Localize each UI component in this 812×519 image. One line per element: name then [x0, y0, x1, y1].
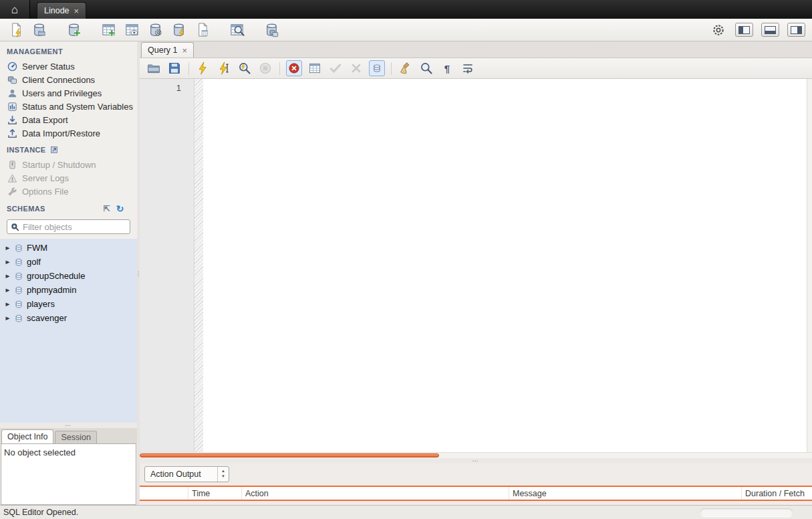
schema-filter-input[interactable]	[23, 222, 126, 232]
wrench-icon	[7, 187, 17, 197]
open-sql-script-icon[interactable]	[30, 21, 47, 39]
reconnect-icon[interactable]	[263, 21, 280, 39]
chevron-right-icon[interactable]: ▶	[5, 259, 11, 264]
scrollbar-thumb[interactable]	[140, 453, 439, 457]
sidebar-item-data-import-restore[interactable]: Data Import/Restore	[0, 126, 137, 140]
editor-horizontal-scrollbar[interactable]	[140, 452, 812, 458]
create-table-icon[interactable]	[100, 21, 117, 39]
tab-label: Object Info	[7, 432, 47, 441]
schema-label: golf	[27, 257, 41, 267]
search-table-data-icon[interactable]	[228, 21, 245, 39]
home-tab[interactable]: ⌂	[0, 0, 30, 19]
sidebar-item-data-export[interactable]: Data Export	[0, 113, 137, 126]
beautify-script-icon[interactable]	[398, 60, 414, 76]
create-view-icon[interactable]	[123, 21, 140, 39]
column-header-status[interactable]	[140, 487, 188, 500]
stop-execution-icon[interactable]	[257, 60, 273, 76]
sidebar-horizontal-splitter[interactable]: ⋯	[0, 423, 137, 428]
toggle-word-wrap-icon[interactable]	[460, 60, 476, 76]
close-icon[interactable]: ×	[74, 7, 80, 15]
show-invisibles-icon[interactable]: ¶	[439, 60, 455, 76]
object-info-panel: No object selected	[1, 443, 136, 505]
navigator-sidebar: MANAGEMENT Server Status Client Connecti…	[0, 41, 137, 505]
tab-session[interactable]: Session	[55, 431, 96, 443]
instance-title-text: INSTANCE	[7, 146, 46, 154]
toggle-left-sidebar-button[interactable]	[735, 23, 753, 37]
sidebar-item-options-file[interactable]: Options File	[0, 185, 137, 198]
gear-icon[interactable]	[710, 21, 727, 39]
query-tabbar: Query 1 ×	[140, 41, 812, 58]
limit-rows-icon[interactable]	[307, 60, 323, 76]
status-bar: SQL Editor Opened.	[0, 505, 812, 519]
chevron-right-icon[interactable]: ▶	[5, 287, 11, 292]
schema-item-players[interactable]: ▶ players	[0, 297, 137, 311]
output-type-select[interactable]: Action Output ▲ ▼	[144, 466, 229, 482]
toggle-output-area-button[interactable]	[761, 23, 779, 37]
toggle-autocommit-icon[interactable]	[369, 60, 385, 76]
chevron-right-icon[interactable]: ▶	[5, 315, 11, 320]
line-number-gutter: 1	[140, 79, 194, 452]
schemas-section-title: SCHEMAS ⇱ ↻	[0, 198, 137, 217]
open-script-icon[interactable]	[146, 60, 162, 76]
column-header-duration-fetch[interactable]: Duration / Fetch	[742, 487, 812, 500]
instance-config-icon[interactable]	[50, 146, 58, 154]
sql-code-editor[interactable]	[203, 79, 807, 452]
sidebar-item-label: Server Logs	[22, 173, 69, 183]
export-icon	[7, 115, 17, 125]
chevron-right-icon[interactable]: ▶	[5, 273, 11, 278]
create-function-icon[interactable]	[193, 21, 211, 39]
column-header-action[interactable]: Action	[242, 487, 509, 500]
create-schema-icon[interactable]	[65, 21, 82, 39]
schema-filter-box	[7, 219, 130, 234]
line-number: 1	[140, 82, 194, 94]
sidebar-item-label: Users and Privileges	[22, 88, 102, 98]
toggle-stop-on-error-icon[interactable]	[286, 60, 302, 76]
schema-item-groupschedule[interactable]: ▶ groupSchedule	[0, 269, 137, 283]
power-icon	[7, 160, 17, 170]
explain-plan-icon[interactable]	[237, 60, 253, 76]
sidebar-item-server-logs[interactable]: Server Logs	[0, 171, 137, 185]
commit-icon[interactable]	[327, 60, 344, 76]
find-icon[interactable]	[418, 60, 434, 76]
schema-label: players	[27, 299, 55, 309]
sidebar-item-startup-shutdown[interactable]: Startup / Shutdown	[0, 158, 137, 171]
refresh-schemas-icon[interactable]: ↻	[116, 204, 124, 213]
mysql-workbench-window: ⌂ Linode × MANAGEMENT	[0, 0, 812, 519]
chevron-right-icon[interactable]: ▶	[5, 245, 11, 250]
schema-item-phpmyadmin[interactable]: ▶ phpmyadmin	[0, 283, 137, 297]
close-icon[interactable]: ×	[182, 46, 187, 55]
editor-vertical-scrollbar[interactable]	[807, 79, 812, 452]
sidebar-item-server-status[interactable]: Server Status	[0, 60, 137, 73]
output-splitter[interactable]: ⋯	[140, 458, 812, 463]
select-stepper[interactable]: ▲ ▼	[217, 467, 229, 482]
toggle-right-sidebar-button[interactable]	[787, 23, 805, 37]
sidebar-item-client-connections[interactable]: Client Connections	[0, 73, 137, 86]
schema-item-fwm[interactable]: ▶ FWM	[0, 241, 137, 255]
tab-query-1[interactable]: Query 1 ×	[141, 42, 194, 58]
save-script-icon[interactable]	[166, 60, 182, 76]
schema-item-golf[interactable]: ▶ golf	[0, 255, 137, 269]
schema-label: groupSchedule	[27, 271, 85, 281]
info-tabbar: Object Info Session	[0, 428, 137, 443]
tab-object-info[interactable]: Object Info	[1, 429, 53, 443]
chevron-right-icon[interactable]: ▶	[5, 301, 11, 306]
schema-filter-row	[0, 217, 137, 239]
execute-statements-icon[interactable]	[195, 60, 211, 76]
schema-item-scavenger[interactable]: ▶ scavenger	[0, 311, 137, 325]
column-header-message[interactable]: Message	[509, 487, 742, 500]
rollback-icon[interactable]	[348, 60, 364, 76]
sidebar-item-status-system-variables[interactable]: Status and System Variables	[0, 100, 137, 113]
sql-editor-area: Query 1 × ¶	[140, 41, 812, 505]
new-sql-tab-icon[interactable]	[7, 21, 24, 39]
execute-current-statement-icon[interactable]	[216, 60, 232, 76]
schema-icon	[14, 300, 23, 309]
column-header-time[interactable]: Time	[188, 487, 242, 500]
connection-tab-linode[interactable]: Linode ×	[37, 2, 86, 19]
expand-panel-icon[interactable]: ⇱	[103, 205, 110, 213]
object-info-message: No object selected	[4, 447, 76, 457]
sidebar-item-users-privileges[interactable]: Users and Privileges	[0, 86, 137, 100]
create-procedure-icon[interactable]	[146, 21, 164, 39]
create-trigger-icon[interactable]	[170, 21, 187, 39]
tab-label: Session	[61, 433, 90, 442]
connections-icon	[7, 75, 17, 85]
